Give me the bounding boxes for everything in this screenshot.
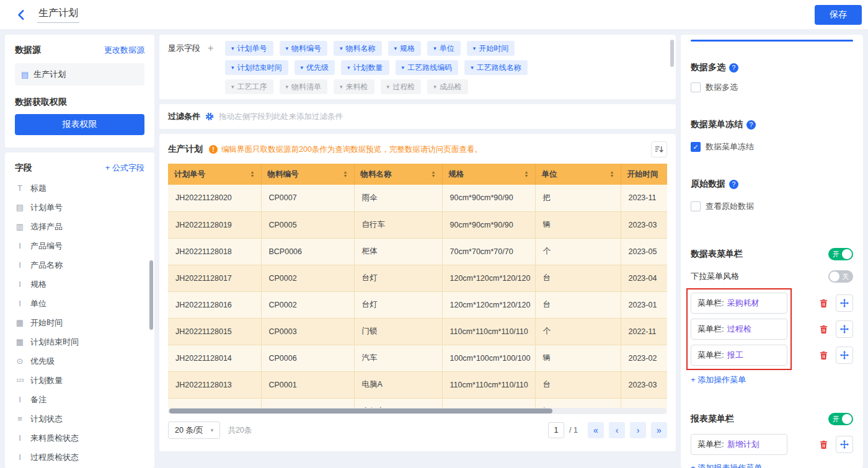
column-header[interactable]: 单位▲▼ (535, 164, 621, 185)
menu-value-link[interactable]: 报工 (727, 350, 743, 361)
add-menu-link[interactable]: + 添加操作菜单 (691, 374, 746, 386)
menu-item-box[interactable]: 菜单栏:新增计划 (691, 434, 787, 455)
back-button[interactable] (16, 9, 27, 20)
field-chip[interactable]: ▾规格 (388, 41, 422, 56)
page-size-select[interactable]: 20 条/页 ▾ (168, 422, 220, 439)
column-header[interactable]: 规格▲▼ (442, 164, 535, 185)
sort-carets-icon[interactable]: ▲▼ (250, 170, 255, 178)
field-item[interactable]: I产品编号 (15, 236, 144, 255)
field-chip[interactable]: ▾物料清单 (280, 79, 328, 94)
help-icon[interactable]: ? (729, 63, 738, 73)
chips-scrollbar[interactable] (670, 40, 674, 67)
menu-value-link[interactable]: 过程检 (727, 324, 751, 335)
table-row[interactable]: JH20221128016CP0002台灯120cm*120cm*120/120… (168, 291, 667, 318)
menu-value-link[interactable]: 新增计划 (727, 439, 760, 450)
sort-carets-icon[interactable]: ▲▼ (525, 170, 529, 178)
field-item[interactable]: 123计划数量 (15, 371, 144, 390)
table-row[interactable]: JH20221128013CP0001电脑A110cm*110cm*110/11… (168, 371, 667, 398)
field-item[interactable]: I产品名称 (15, 255, 144, 275)
fields-scrollbar[interactable] (149, 260, 153, 330)
prev-page-button[interactable]: ‹ (609, 422, 625, 438)
current-page-input[interactable]: 1 (548, 422, 564, 438)
field-item[interactable]: ≡计划状态 (15, 409, 144, 428)
menu-value-link[interactable]: 采购耗材 (727, 298, 760, 309)
multi-select-checkbox[interactable] (691, 82, 701, 92)
multi-select-option[interactable]: 数据多选 (691, 82, 853, 93)
column-header[interactable]: 物料名称▲▼ (354, 164, 442, 185)
sort-carets-icon[interactable]: ▲▼ (432, 170, 436, 178)
field-item[interactable]: I过程质检状态 (15, 448, 144, 467)
field-chip[interactable]: ▾开始时间 (467, 41, 515, 56)
field-item[interactable]: ▦计划结束时间 (15, 332, 144, 351)
field-chip[interactable]: ▾物料名称 (334, 41, 382, 56)
save-button[interactable]: 保存 (815, 5, 862, 25)
field-chip[interactable]: ▾物料编号 (280, 41, 328, 56)
dropdown-style-toggle[interactable]: 关 (828, 270, 853, 283)
field-item[interactable]: ▤计划单号 (15, 198, 144, 217)
field-chip[interactable]: ▾工艺路线编码 (396, 60, 459, 75)
table-row[interactable]: JH20221128017CP0002台灯120cm*120cm*120/120… (168, 265, 667, 291)
column-header[interactable]: 开始时间▲▼ (621, 164, 667, 185)
change-datasource-link[interactable]: 更改数据源 (104, 45, 144, 56)
freeze-option[interactable]: ✓ 数据菜单冻结 (691, 141, 853, 152)
page-title[interactable]: 生产计划 (37, 6, 79, 23)
help-icon[interactable]: ? (729, 180, 738, 189)
table-row[interactable]: JH20221128018BCP0006柜体70cm*70cm*70/70个20… (168, 238, 667, 265)
next-page-button[interactable]: › (630, 422, 646, 438)
table-horizontal-scrollbar-track[interactable] (168, 408, 666, 414)
column-header[interactable]: 物料编号▲▼ (261, 164, 354, 185)
report-permission-button[interactable]: 报表权限 (15, 114, 144, 135)
raw-data-option[interactable]: 查看原始数据 (691, 201, 853, 212)
last-page-button[interactable]: » (651, 422, 667, 438)
field-item[interactable]: I单位 (15, 294, 144, 313)
field-chip[interactable]: ▾工艺路线名称 (464, 60, 528, 75)
field-item[interactable]: T标题 (15, 179, 144, 198)
trash-icon[interactable] (819, 351, 828, 360)
field-item[interactable]: I来料质检状态 (15, 428, 144, 448)
column-header[interactable]: 计划单号▲▼ (168, 164, 261, 185)
field-chip[interactable]: ▾来料检 (334, 79, 374, 94)
table-row[interactable]: JH20221128014CP0006汽车100cm*100cm*100/100… (168, 345, 667, 371)
field-chip[interactable]: ▾计划数量 (341, 60, 389, 75)
table-row[interactable]: JH20221128020CP0007雨伞90cm*90cm*90/90把202… (168, 185, 667, 211)
datasource-item[interactable]: ▤ 生产计划 (15, 63, 144, 86)
field-item[interactable]: I规格 (15, 275, 144, 294)
sort-carets-icon[interactable]: ▲▼ (343, 170, 348, 178)
field-chip[interactable]: ▾单位 (427, 41, 461, 56)
first-page-button[interactable]: « (588, 422, 604, 438)
trash-icon[interactable] (819, 299, 828, 308)
move-icon[interactable] (836, 347, 853, 364)
field-item[interactable]: ⊙优先级 (15, 351, 144, 371)
add-formula-field-link[interactable]: + 公式字段 (105, 162, 144, 174)
menu-item-box[interactable]: 菜单栏:报工 (691, 345, 787, 366)
add-report-menu-link[interactable]: + 添加报表操作菜单 (691, 462, 762, 468)
field-item[interactable]: ▦开始时间 (15, 313, 144, 332)
add-display-field-button[interactable]: + (208, 43, 213, 54)
field-chip[interactable]: ▾工艺工序 (225, 79, 273, 94)
field-item[interactable]: ▥选择产品 (15, 217, 144, 236)
sort-carets-icon[interactable]: ▲▼ (610, 170, 614, 178)
field-chip[interactable]: ▾过程检 (381, 79, 422, 94)
help-icon[interactable]: ? (746, 120, 756, 130)
field-item[interactable]: I备注 (15, 390, 144, 409)
gear-icon[interactable] (205, 112, 214, 121)
sort-button[interactable] (651, 141, 667, 157)
table-horizontal-scrollbar-thumb[interactable] (169, 408, 552, 413)
freeze-checkbox[interactable]: ✓ (691, 142, 701, 152)
field-chip[interactable]: ▾成品检 (427, 79, 468, 94)
trash-icon[interactable] (819, 440, 828, 449)
report-menubar-toggle[interactable]: 开 (828, 413, 853, 425)
table-menubar-toggle[interactable]: 开 (828, 248, 853, 260)
field-chip[interactable]: ▾优先级 (294, 60, 335, 75)
field-chip[interactable]: ▾计划结束时间 (225, 60, 288, 75)
field-chip[interactable]: ▾计划单号 (225, 41, 273, 56)
move-icon[interactable] (836, 294, 853, 312)
table-row[interactable]: JH20221128015CP0003门锁110cm*110cm*110/110… (168, 318, 667, 345)
move-icon[interactable] (836, 436, 853, 453)
trash-icon[interactable] (819, 325, 828, 334)
menu-item-box[interactable]: 菜单栏:过程检 (691, 319, 787, 340)
move-icon[interactable] (836, 320, 853, 338)
table-row[interactable]: JH20221128019CP0005自行车90cm*90cm*90/90辆20… (168, 211, 667, 238)
raw-data-checkbox[interactable] (691, 201, 701, 211)
menu-item-box[interactable]: 菜单栏:采购耗材 (691, 293, 787, 314)
